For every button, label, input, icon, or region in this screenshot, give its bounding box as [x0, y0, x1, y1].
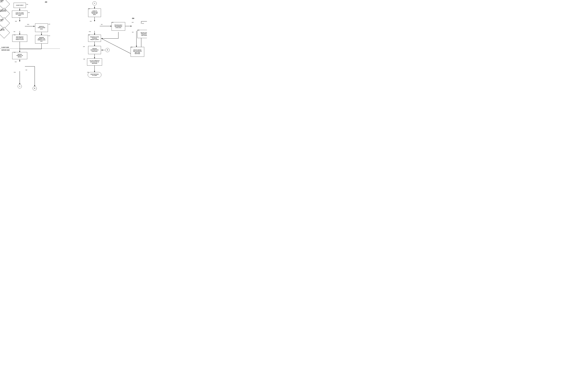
client-side-label: CLIENT-SIDE — [1, 47, 9, 48]
svg-marker-17 — [19, 83, 20, 84]
svg-marker-7 — [41, 34, 42, 35]
svg-marker-5 — [34, 26, 35, 27]
svg-marker-45 — [136, 46, 137, 47]
svg-marker-39 — [94, 71, 95, 72]
connector-B-left: B — [33, 86, 37, 90]
node-232: ENQUEUE ACTIONIN ENGINEREQUEST QUEUE — [88, 35, 101, 42]
server-side-label: SERVER-SIDE — [1, 49, 10, 51]
node-202: CLIENT INPUT — [14, 3, 26, 8]
ref-224: 224 — [112, 22, 113, 23]
yes-222: YES — [89, 31, 91, 32]
node-220: LOOK-UPSERVER-SIDECACHE FORINPUT — [88, 9, 101, 17]
node-214: SEND REQUESTFOR STATE ANDPREFETCH DATA — [12, 35, 27, 42]
node-238: SEND RESPONSETO CLIENT — [88, 72, 101, 78]
node-236: COLLECT PREFETCHDATA AND ADD TORESPONSE — [87, 59, 102, 65]
svg-line-48 — [101, 39, 131, 54]
svg-marker-31 — [101, 38, 103, 39]
connector-A-right: A — [92, 1, 97, 5]
ref-230: 230 — [131, 46, 132, 48]
ref-202: 202 — [26, 4, 28, 5]
node-216: RECEIVEREQUEST ONSERVER — [12, 52, 27, 59]
yes-206: YES — [27, 24, 29, 25]
ref-228: 228 — [137, 29, 139, 31]
flowchart-diagram: 200 CLIENT INPUT 202 LOOK-UP CLIENT-SIDE… — [0, 0, 147, 96]
svg-marker-41 — [131, 25, 132, 27]
node-210: UPDATE UIUSING CACHEDDATA — [35, 23, 48, 32]
ref-216: 216 — [14, 52, 15, 53]
node-206: CACHEHIT? — [0, 0, 10, 10]
fig-250-label: 250 — [132, 18, 134, 19]
node-230: UPDATE SERVER-SIDE CACHE WITHINPUT ANDRE… — [131, 47, 144, 57]
svg-marker-15 — [19, 61, 20, 62]
svg-marker-33 — [94, 45, 95, 46]
node-234: PREPARERESPONSE WITHSTATE DATA — [88, 46, 101, 54]
ref-214: 214 — [14, 34, 15, 36]
connector-A-left: A — [18, 84, 22, 88]
node-228: DELETE LEASTFREQUENTLYUSED NODES — [137, 30, 147, 38]
node-212: ENQUEUEREQUEST FORPREFETCH DATAONLY — [35, 35, 48, 43]
node-204: LOOK-UP CLIENT-SIDE CACHE FORINPUT — [12, 11, 27, 18]
no-206: NO — [14, 31, 15, 32]
yes-218: YES — [14, 72, 16, 73]
ref-226: 226 — [132, 22, 133, 23]
svg-marker-35 — [101, 49, 103, 51]
svg-marker-22 — [94, 7, 95, 9]
ref-218: 218 — [15, 61, 17, 63]
svg-marker-9 — [19, 34, 20, 35]
no-226: NO — [132, 32, 134, 33]
ref-204: 204 — [28, 12, 30, 13]
connector-B-right: B — [105, 48, 109, 52]
ref-206: 206 — [15, 21, 17, 22]
yes-226: YES — [142, 23, 144, 24]
no-218: NO — [26, 69, 27, 71]
no-222: NO — [101, 24, 103, 25]
node-218: STATE DATAREQUESTED? — [0, 10, 10, 19]
node-222: CACHEHIT? — [0, 19, 10, 29]
svg-marker-37 — [94, 57, 95, 59]
ref-220: 220 — [88, 8, 90, 9]
svg-marker-24 — [94, 20, 95, 21]
svg-marker-3 — [19, 21, 20, 21]
svg-marker-1 — [19, 10, 20, 11]
fig-200-label: 200 — [45, 1, 47, 3]
ref-234: 234 — [83, 46, 85, 47]
ref-238: 238 — [87, 72, 89, 73]
ref-222: 222 — [90, 21, 92, 22]
ref-212: 212 — [48, 35, 50, 36]
ref-210: 210 — [48, 23, 50, 25]
node-224: PROCESS INPUTAND GENERATESTATE DATA — [112, 22, 125, 31]
svg-marker-26 — [110, 25, 112, 27]
node-226: CACHELIMIT HIT? — [0, 29, 10, 38]
svg-marker-20 — [34, 85, 35, 86]
ref-236: 236 — [83, 59, 85, 60]
ref-232: 232 — [88, 34, 90, 36]
svg-marker-28 — [94, 34, 95, 35]
svg-marker-11 — [19, 51, 20, 52]
